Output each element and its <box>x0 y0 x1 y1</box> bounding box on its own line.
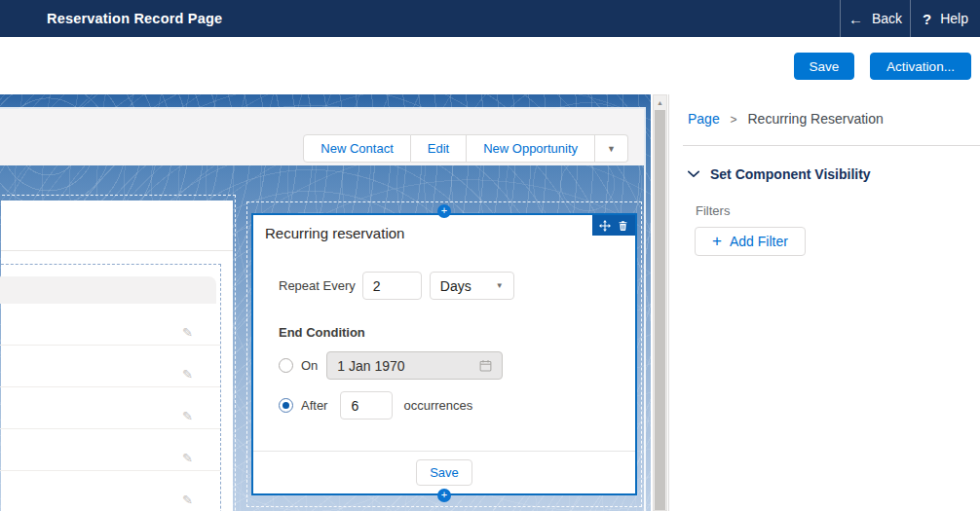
component-footer: Save <box>253 451 635 493</box>
calendar-icon <box>479 359 492 372</box>
new-opportunity-button[interactable]: New Opportunity <box>467 134 595 163</box>
arrow-left-icon: ← <box>848 11 863 27</box>
add-filter-button[interactable]: + Add Filter <box>695 227 806 256</box>
lightning-app-builder: Reservation Record Page ← Back ? Help Sa… <box>0 0 980 511</box>
canvas-scrollbar[interactable]: ▲ <box>653 94 667 511</box>
breadcrumb-separator: > <box>731 113 737 127</box>
page-title: Reservation Record Page <box>47 0 222 37</box>
component-title: Recurring reservation <box>253 215 635 241</box>
end-after-row: After 6 occurrences <box>279 391 635 420</box>
repeat-every-input[interactable]: 2 <box>362 272 422 300</box>
save-page-button[interactable]: Save <box>794 53 854 80</box>
on-date-input[interactable]: 1 Jan 1970 <box>326 351 503 380</box>
component-save-button[interactable]: Save <box>416 459 472 486</box>
field-row: ✎ <box>0 387 220 429</box>
chevron-down-icon: ▼ <box>496 281 504 290</box>
chevron-down-icon: ▼ <box>607 144 616 154</box>
activation-button[interactable]: Activation... <box>870 53 971 80</box>
occurrences-label: occurrences <box>403 398 472 413</box>
field-section-header <box>0 276 216 304</box>
after-label: After <box>301 398 327 413</box>
canvas-region-left[interactable]: ✎ ✎ ✎ ✎ ✎ <box>0 195 236 511</box>
end-on-row: On 1 Jan 1970 <box>279 351 635 380</box>
on-label: On <box>301 358 318 373</box>
header-actions: ← Back ? Help <box>840 0 980 37</box>
frequency-select[interactable]: Days ▼ <box>430 272 514 300</box>
pencil-icon[interactable]: ✎ <box>182 452 193 464</box>
plus-circle-icon-bottom[interactable]: + <box>437 489 451 502</box>
record-detail-fields-region: ✎ ✎ ✎ ✎ ✎ <box>0 264 221 511</box>
question-mark-icon: ? <box>923 11 931 27</box>
plus-icon: + <box>712 233 722 249</box>
component-visibility-section-toggle[interactable]: Set Component Visibility <box>688 166 980 182</box>
recurring-reservation-component[interactable]: Recurring reservation Repeat Every 2 Day… <box>251 213 637 495</box>
after-radio[interactable] <box>279 398 293 413</box>
move-icon[interactable] <box>599 220 611 232</box>
add-filter-label: Add Filter <box>730 234 788 249</box>
repeat-every-row: Repeat Every 2 Days ▼ <box>279 272 635 300</box>
breadcrumb: Page > Recurring Reservation <box>688 111 980 127</box>
frequency-value: Days <box>440 278 471 294</box>
edit-button[interactable]: Edit <box>411 134 467 163</box>
breadcrumb-page-link[interactable]: Page <box>688 111 720 127</box>
help-button-label: Help <box>940 11 968 26</box>
component-visibility-title: Set Component Visibility <box>710 166 871 182</box>
field-row: ✎ <box>0 471 220 511</box>
record-highlights-panel[interactable]: New Contact Edit New Opportunity ▼ <box>0 109 644 165</box>
builder-header: Reservation Record Page ← Back ? Help <box>0 0 980 37</box>
new-contact-button[interactable]: New Contact <box>303 134 410 163</box>
properties-panel: Page > Recurring Reservation Set Compone… <box>668 94 980 511</box>
after-occurrences-input[interactable]: 6 <box>340 391 393 420</box>
page-canvas: New Contact Edit New Opportunity ▼ ✎ ✎ ✎… <box>0 94 651 511</box>
canvas-region-right[interactable]: + Recurring reservation <box>246 201 642 507</box>
end-condition-label: End Condition <box>279 325 635 340</box>
builder-action-bar: Save Activation... <box>0 37 980 94</box>
breadcrumb-current: Recurring Reservation <box>748 111 884 127</box>
scrollbar-thumb[interactable] <box>655 110 665 510</box>
on-date-value: 1 Jan 1970 <box>337 358 404 374</box>
trash-icon[interactable] <box>618 220 628 232</box>
record-detail-component[interactable]: ✎ ✎ ✎ ✎ ✎ <box>1 201 233 511</box>
chevron-down-icon <box>688 170 699 178</box>
field-row: ✎ <box>0 429 220 471</box>
on-radio[interactable] <box>279 358 293 373</box>
filters-label: Filters <box>696 203 980 218</box>
back-button-label: Back <box>872 11 902 26</box>
field-row: ✎ <box>0 346 220 387</box>
field-row: ✎ <box>0 304 220 346</box>
scroll-up-icon[interactable]: ▲ <box>654 95 666 109</box>
plus-circle-icon-top[interactable]: + <box>437 204 451 218</box>
component-toolbar <box>592 215 635 236</box>
pencil-icon[interactable]: ✎ <box>182 410 193 422</box>
pencil-icon[interactable]: ✎ <box>182 493 193 506</box>
component-body: Repeat Every 2 Days ▼ End Condition On 1… <box>253 272 635 420</box>
repeat-every-label: Repeat Every <box>279 278 356 293</box>
more-actions-dropdown[interactable]: ▼ <box>595 134 628 163</box>
record-action-group: New Contact Edit New Opportunity ▼ <box>303 134 628 163</box>
sidebar-divider <box>683 145 980 146</box>
pencil-icon[interactable]: ✎ <box>182 326 193 339</box>
pencil-icon[interactable]: ✎ <box>182 368 193 381</box>
help-button[interactable]: ? Help <box>910 0 980 37</box>
record-detail-header <box>1 201 233 251</box>
back-button[interactable]: ← Back <box>840 0 910 37</box>
